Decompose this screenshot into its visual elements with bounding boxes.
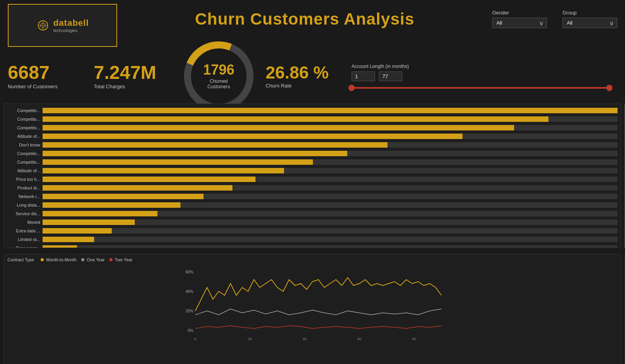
logo-box: databell technologies bbox=[8, 4, 117, 47]
group-select[interactable]: All Senior Under 30 Other bbox=[562, 18, 617, 28]
customers-label: Number of Customers bbox=[8, 84, 86, 89]
bar-fill bbox=[43, 228, 112, 234]
bar-fill bbox=[43, 159, 313, 165]
bar-label: Competito... bbox=[7, 125, 43, 130]
legend-oneyear-label: One Year bbox=[87, 257, 105, 262]
bar-chart-row: Competito... bbox=[7, 150, 618, 157]
gender-select-wrapper[interactable]: All Male Female bbox=[492, 18, 547, 28]
line-chart-section: Contract Type Month-to-Month One Year Tw… bbox=[4, 254, 621, 364]
bar-bg bbox=[43, 219, 618, 225]
bar-chart-row: Extra data ... bbox=[7, 227, 618, 234]
bar-bg bbox=[43, 237, 618, 242]
main-title: Churn Customers Analysis bbox=[117, 10, 492, 29]
bar-label: Service dis... bbox=[7, 211, 43, 216]
contract-legend-title: Contract Type bbox=[7, 257, 34, 262]
legend-twoyear-label: Two Year bbox=[115, 257, 132, 262]
bar-chart-row: Competito... bbox=[7, 107, 618, 114]
bar-fill bbox=[43, 245, 77, 248]
slider-max-input[interactable] bbox=[379, 71, 402, 81]
bar-fill bbox=[43, 134, 462, 139]
legend-dot-oneyear bbox=[81, 258, 84, 261]
bar-chart-row: Limited ra... bbox=[7, 236, 618, 243]
logo-text: databell bbox=[53, 18, 89, 28]
title-area: Churn Customers Analysis bbox=[117, 4, 492, 29]
bar-fill bbox=[43, 185, 232, 191]
churned-label: Churned Customers bbox=[199, 79, 238, 89]
svg-text:20: 20 bbox=[248, 337, 252, 341]
bar-bg bbox=[43, 177, 618, 182]
bar-label: Competito... bbox=[7, 108, 43, 113]
legend-dot-monthly bbox=[41, 258, 44, 261]
slider-thumb-right[interactable] bbox=[606, 85, 612, 91]
svg-text:40%: 40% bbox=[186, 289, 193, 294]
bottom-section: Contract Type Month-to-Month One Year Tw… bbox=[0, 252, 625, 364]
bar-fill bbox=[43, 108, 618, 113]
bar-fill bbox=[43, 177, 255, 182]
gender-select[interactable]: All Male Female bbox=[492, 18, 547, 28]
charges-value: 7.247M bbox=[94, 63, 172, 82]
bar-chart-row: Don't know bbox=[7, 141, 618, 148]
bar-chart-row: Service dis... bbox=[7, 210, 618, 217]
bar-label: Poor exper... bbox=[7, 246, 43, 248]
charges-label: Total Charges bbox=[94, 84, 172, 89]
svg-text:60%: 60% bbox=[186, 270, 193, 274]
bar-chart-row: Long dista... bbox=[7, 202, 618, 209]
bar-label: Don't know bbox=[7, 143, 43, 147]
bar-chart-row: Moved bbox=[7, 219, 618, 226]
header: databell technologies Churn Customers An… bbox=[0, 0, 625, 51]
bar-bg bbox=[43, 108, 618, 113]
group-select-wrapper[interactable]: All Senior Under 30 Other bbox=[562, 18, 617, 28]
bar-bg bbox=[43, 116, 618, 122]
logo-sub: technologies bbox=[53, 28, 89, 33]
kpi-row: 6687 Number of Customers 7.247M Total Ch… bbox=[0, 51, 625, 102]
group-filter-group: Group All Senior Under 30 Other bbox=[562, 10, 617, 28]
bar-label: Attitude of... bbox=[7, 168, 43, 173]
bar-label: Competito... bbox=[7, 117, 43, 121]
bar-fill bbox=[43, 202, 180, 208]
slider-thumb-left[interactable] bbox=[348, 85, 355, 91]
bar-bg bbox=[43, 228, 618, 234]
svg-text:80: 80 bbox=[412, 337, 416, 341]
slider-fill bbox=[352, 87, 609, 89]
bar-chart-row: Price too h... bbox=[7, 176, 618, 183]
svg-text:0: 0 bbox=[194, 337, 196, 341]
bar-bg bbox=[43, 125, 618, 130]
bar-bg bbox=[43, 185, 618, 191]
bar-chart-items: Competito...Competito...Competito...Atti… bbox=[7, 107, 618, 248]
kpi-customers: 6687 Number of Customers bbox=[8, 63, 86, 89]
bar-chart-row: Product di... bbox=[7, 184, 618, 191]
bar-fill bbox=[43, 168, 284, 173]
bar-fill bbox=[43, 219, 135, 225]
bar-fill bbox=[43, 211, 157, 216]
bar-bg bbox=[43, 142, 618, 148]
churn-rate-value: 26.86 % bbox=[266, 64, 336, 81]
bar-fill bbox=[43, 125, 514, 130]
bar-label: Attitude of... bbox=[7, 134, 43, 139]
bar-label: Competito... bbox=[7, 151, 43, 156]
group-label: Group bbox=[562, 10, 617, 16]
legend-monthly-label: Month-to-Month bbox=[46, 257, 77, 262]
bar-label: Competito... bbox=[7, 160, 43, 164]
bar-chart-row: Attitude of... bbox=[7, 167, 618, 174]
bar-chart-row: Poor exper... bbox=[7, 244, 618, 248]
slider-min-input[interactable] bbox=[352, 71, 375, 81]
slider-title: Account Length (in months) bbox=[352, 64, 609, 69]
logo-icon bbox=[36, 18, 50, 32]
bar-label: Price too h... bbox=[7, 177, 43, 182]
legend-monthly: Month-to-Month bbox=[41, 257, 77, 262]
bar-label: Extra data ... bbox=[7, 228, 43, 233]
bar-fill bbox=[43, 151, 347, 156]
slider-inputs bbox=[352, 71, 609, 81]
customers-value: 6687 bbox=[8, 63, 86, 82]
bar-fill bbox=[43, 237, 94, 242]
filters-area: Gender All Male Female Group All Senior … bbox=[492, 4, 617, 28]
main-content: Competito...Competito...Competito...Atti… bbox=[0, 102, 625, 250]
bar-label: Moved bbox=[7, 220, 43, 225]
kpi-charges: 7.247M Total Charges bbox=[94, 63, 172, 89]
bar-chart-row: Network r... bbox=[7, 193, 618, 200]
bar-chart-row: Competito... bbox=[7, 116, 618, 123]
bar-bg bbox=[43, 151, 618, 156]
bar-bg bbox=[43, 159, 618, 165]
churn-rate-label: Churn Rate bbox=[266, 83, 336, 89]
bar-label: Long dista... bbox=[7, 203, 43, 207]
